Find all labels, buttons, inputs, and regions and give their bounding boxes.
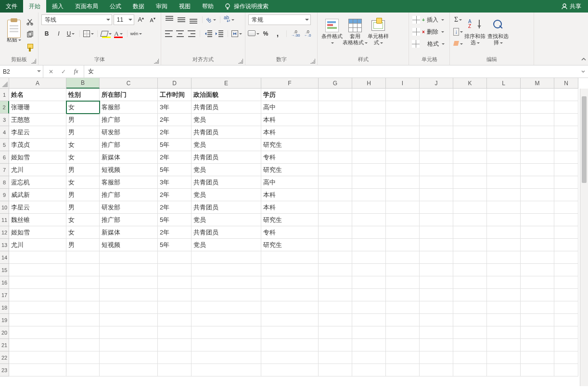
cell[interactable]: 2年 xyxy=(158,114,192,126)
number-dialog-launcher[interactable] xyxy=(310,59,315,64)
cell[interactable] xyxy=(100,264,158,276)
row-header[interactable]: 8 xyxy=(0,176,9,189)
column-header[interactable]: M xyxy=(521,78,554,89)
share-button[interactable]: 共享 xyxy=(554,0,588,13)
cell[interactable] xyxy=(487,326,521,339)
cell[interactable]: 高中 xyxy=(261,101,319,114)
cell[interactable] xyxy=(352,189,386,201)
cell[interactable]: 2年 xyxy=(158,126,192,139)
tab-review[interactable]: 审阅 xyxy=(150,0,173,13)
cell[interactable]: 党员 xyxy=(192,139,261,151)
cell[interactable] xyxy=(554,189,578,201)
format-as-table-button[interactable]: 套用 表格格式 xyxy=(344,14,367,50)
cell[interactable] xyxy=(453,176,487,189)
cell[interactable] xyxy=(521,339,554,351)
tab-help[interactable]: 帮助 xyxy=(196,0,219,13)
cell[interactable] xyxy=(100,276,158,289)
cell[interactable] xyxy=(386,226,420,239)
cell[interactable]: 魏丝锥 xyxy=(9,214,66,226)
find-select-button[interactable]: 查找和选择 xyxy=(486,14,510,50)
cell[interactable] xyxy=(261,314,319,326)
cell[interactable] xyxy=(352,351,386,364)
cell[interactable] xyxy=(352,301,386,314)
cell[interactable] xyxy=(192,314,261,326)
cell[interactable] xyxy=(386,201,420,214)
cell[interactable] xyxy=(100,289,158,301)
cell[interactable]: 女 xyxy=(66,176,100,189)
cell[interactable] xyxy=(319,151,352,164)
cell[interactable] xyxy=(487,289,521,301)
cell[interactable] xyxy=(158,264,192,276)
cell[interactable] xyxy=(9,339,66,351)
column-header[interactable]: L xyxy=(487,78,521,89)
cell[interactable] xyxy=(100,326,158,339)
row-header[interactable]: 3 xyxy=(0,114,9,126)
cell[interactable] xyxy=(453,214,487,226)
column-header[interactable]: N xyxy=(554,78,578,89)
cell[interactable] xyxy=(66,314,100,326)
cell[interactable] xyxy=(420,151,453,164)
cell[interactable] xyxy=(453,189,487,201)
cell[interactable] xyxy=(192,264,261,276)
row-header[interactable]: 10 xyxy=(0,201,9,214)
cell-styles-button[interactable]: 单元格样式 xyxy=(367,14,390,50)
cell[interactable] xyxy=(420,264,453,276)
cell[interactable]: 党员 xyxy=(192,114,261,126)
decrease-indent-button[interactable] xyxy=(204,28,213,39)
cell[interactable] xyxy=(386,139,420,151)
cell[interactable] xyxy=(420,101,453,114)
cell[interactable] xyxy=(554,301,578,314)
cell[interactable]: 研究生 xyxy=(261,164,319,176)
top-align-button[interactable] xyxy=(164,14,175,25)
cell[interactable]: 客服部 xyxy=(100,176,158,189)
cell[interactable]: 2年 xyxy=(158,201,192,214)
cell[interactable] xyxy=(261,276,319,289)
cell[interactable]: 研发部 xyxy=(100,126,158,139)
comma-format-button[interactable] xyxy=(272,28,283,39)
cell[interactable] xyxy=(554,139,578,151)
cell[interactable] xyxy=(420,139,453,151)
cell[interactable]: 共青团员 xyxy=(192,201,261,214)
cell[interactable] xyxy=(420,289,453,301)
cell[interactable] xyxy=(521,326,554,339)
cell[interactable]: 姬如雪 xyxy=(9,226,66,239)
cell[interactable] xyxy=(487,189,521,201)
cell[interactable] xyxy=(420,301,453,314)
column-header[interactable]: C xyxy=(100,78,158,89)
cell[interactable] xyxy=(352,289,386,301)
cell[interactable] xyxy=(453,314,487,326)
merge-center-button[interactable] xyxy=(231,28,242,39)
cell[interactable] xyxy=(100,351,158,364)
row-header[interactable]: 13 xyxy=(0,239,9,251)
row-header[interactable]: 6 xyxy=(0,151,9,164)
cell[interactable] xyxy=(319,239,352,251)
right-align-button[interactable] xyxy=(186,28,196,39)
cell[interactable] xyxy=(9,289,66,301)
row-header[interactable]: 18 xyxy=(0,301,9,314)
italic-button[interactable]: I xyxy=(53,28,64,39)
cell[interactable] xyxy=(386,126,420,139)
insert-function-button[interactable]: fx xyxy=(70,66,82,77)
cell[interactable] xyxy=(319,201,352,214)
tab-home[interactable]: 开始 xyxy=(23,0,46,13)
cell[interactable] xyxy=(261,301,319,314)
cell[interactable] xyxy=(420,339,453,351)
percent-format-button[interactable] xyxy=(260,28,271,39)
cell[interactable]: 共青团员 xyxy=(192,226,261,239)
left-align-button[interactable] xyxy=(164,28,174,39)
clear-button[interactable] xyxy=(453,39,463,49)
cell[interactable]: 李星云 xyxy=(9,126,66,139)
cell[interactable] xyxy=(352,176,386,189)
cell[interactable] xyxy=(487,101,521,114)
cell[interactable] xyxy=(158,351,192,364)
cell[interactable] xyxy=(352,114,386,126)
cell[interactable] xyxy=(554,214,578,226)
cell[interactable]: 党员 xyxy=(192,189,261,201)
cell[interactable] xyxy=(521,351,554,364)
cell[interactable] xyxy=(453,251,487,264)
cell[interactable] xyxy=(386,101,420,114)
cell[interactable]: 女 xyxy=(66,101,100,114)
cell[interactable] xyxy=(386,214,420,226)
cell[interactable] xyxy=(554,251,578,264)
cell[interactable] xyxy=(261,251,319,264)
